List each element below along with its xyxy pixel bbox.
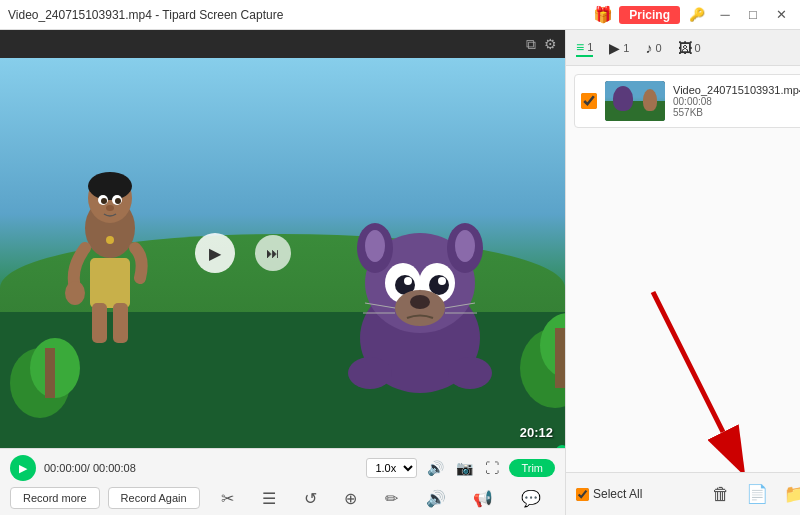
list-tab-icon: ≡ — [576, 39, 584, 55]
record-again-button[interactable]: Record Again — [108, 487, 200, 509]
merge-icon[interactable]: ⊕ — [344, 489, 357, 508]
bottom-icon-bar: ✂ ☰ ↺ ⊕ ✏ 🔊 📢 💬 — [208, 489, 555, 508]
play-tab-icon: ▶ — [609, 40, 620, 56]
volume-icon[interactable]: 🔊 — [425, 458, 446, 478]
gift-button[interactable]: 🎁 — [593, 5, 613, 24]
playback-row: ▶ 00:00:00/ 00:00:08 1.0x 0.5x 1.5x 2.0x… — [10, 455, 555, 481]
window-controls: 🎁 Pricing 🔑 ─ □ ✕ — [593, 4, 792, 26]
bottom-controls: ▶ 00:00:00/ 00:00:08 1.0x 0.5x 1.5x 2.0x… — [0, 448, 565, 515]
main-content: ⧉ ⚙ — [0, 30, 800, 515]
svg-line-34 — [653, 292, 723, 432]
play-pause-button[interactable]: ▶ — [10, 455, 36, 481]
svg-point-8 — [65, 281, 85, 305]
svg-rect-10 — [92, 303, 107, 343]
trim-button[interactable]: Trim — [509, 459, 555, 477]
file-icon-button[interactable]: 📄 — [742, 481, 772, 507]
right-panel: ≡ 1 ▶ 1 ♪ 0 🖼 0 — [565, 30, 800, 515]
window-title: Video_240715103931.mp4 - Tipard Screen C… — [8, 8, 593, 22]
play-button[interactable]: ▶ — [195, 233, 235, 273]
svg-point-7 — [106, 205, 114, 211]
select-all-area: Select All — [576, 487, 642, 501]
svg-point-32 — [448, 357, 492, 389]
delete-button[interactable]: 🗑 — [708, 482, 734, 507]
left-panel: ⧉ ⚙ — [0, 30, 565, 515]
folder-open-button[interactable]: 📁 — [780, 481, 800, 507]
video-timestamp: 20:12 — [520, 425, 553, 440]
play-tab-count: 1 — [623, 42, 629, 54]
svg-rect-11 — [113, 303, 128, 343]
media-thumbnail — [605, 81, 665, 121]
fullscreen-icon[interactable]: ⛶ — [483, 458, 501, 478]
cut-icon[interactable]: ✂ — [221, 489, 234, 508]
arrow-annotation — [566, 272, 800, 472]
media-thumb-scene — [605, 81, 665, 121]
media-duration: 00:00:08 — [673, 96, 800, 107]
tab-image[interactable]: 🖼 0 — [678, 40, 701, 56]
select-all-checkbox[interactable] — [576, 488, 589, 501]
tab-play[interactable]: ▶ 1 — [609, 40, 629, 56]
svg-point-5 — [101, 198, 107, 204]
select-all-label: Select All — [593, 487, 642, 501]
svg-point-31 — [348, 357, 392, 389]
image-tab-count: 0 — [695, 42, 701, 54]
tab-audio[interactable]: ♪ 0 — [645, 40, 661, 56]
tab-video[interactable]: ≡ 1 — [576, 39, 593, 57]
snapshot-icon[interactable]: 📷 — [454, 458, 475, 478]
svg-point-22 — [429, 275, 449, 295]
time-display: 00:00:00/ 00:00:08 — [44, 462, 358, 474]
audio-tab-count: 0 — [655, 42, 661, 54]
svg-point-2 — [88, 172, 132, 200]
pricing-button[interactable]: Pricing — [619, 6, 680, 24]
video-scene: ▶ ⏭ 20:12 — [0, 58, 565, 448]
right-tabs: ≡ 1 ▶ 1 ♪ 0 🖼 0 — [566, 30, 800, 66]
record-more-button[interactable]: Record more — [10, 487, 100, 509]
speed-select[interactable]: 1.0x 0.5x 1.5x 2.0x — [366, 458, 417, 478]
svg-point-6 — [115, 198, 121, 204]
maximize-button[interactable]: □ — [742, 4, 764, 26]
video-tab-count: 1 — [587, 41, 593, 53]
subtitle-icon[interactable]: 💬 — [521, 489, 541, 508]
media-info: Video_240715103931.mp4 00:00:08 557KB — [673, 84, 800, 118]
adjust-icon[interactable]: ☰ — [262, 489, 276, 508]
animal-character — [335, 218, 505, 398]
media-size: 557KB — [673, 107, 800, 118]
media-filename: Video_240715103931.mp4 — [673, 84, 800, 96]
svg-point-18 — [455, 230, 475, 262]
svg-point-24 — [438, 277, 446, 285]
edit-icon[interactable]: ✏ — [385, 489, 398, 508]
settings-icon[interactable]: ⚙ — [544, 36, 557, 52]
media-checkbox[interactable] — [581, 93, 597, 109]
player-topbar: ⧉ ⚙ — [0, 30, 565, 58]
video-area: ▶ ⏭ 20:12 — [0, 58, 565, 448]
media-list: Video_240715103931.mp4 00:00:08 557KB — [566, 66, 800, 272]
boy-character — [50, 168, 170, 368]
media-item[interactable]: Video_240715103931.mp4 00:00:08 557KB — [574, 74, 800, 128]
image-tab-icon: 🖼 — [678, 40, 692, 56]
key-icon-button[interactable]: 🔑 — [686, 4, 708, 26]
title-bar: Video_240715103931.mp4 - Tipard Screen C… — [0, 0, 800, 30]
audio-track-icon[interactable]: 🔊 — [426, 489, 446, 508]
rotate-icon[interactable]: ↺ — [304, 489, 317, 508]
minimize-button[interactable]: ─ — [714, 4, 736, 26]
audio-tab-icon: ♪ — [645, 40, 652, 56]
play-controls-overlay: ▶ ⏭ — [195, 233, 291, 273]
action-buttons-row: Record more Record Again ✂ ☰ ↺ ⊕ ✏ 🔊 📢 💬 — [10, 487, 555, 509]
svg-point-12 — [106, 236, 114, 244]
red-arrow-svg — [633, 272, 753, 472]
right-bottom-bar: Select All 🗑 📄 📁 — [566, 472, 800, 515]
volume-up-icon[interactable]: 📢 — [473, 489, 493, 508]
skip-button[interactable]: ⏭ — [255, 235, 291, 271]
svg-point-26 — [410, 295, 430, 309]
svg-point-17 — [365, 230, 385, 262]
pip-icon[interactable]: ⧉ — [526, 36, 536, 53]
close-button[interactable]: ✕ — [770, 4, 792, 26]
svg-rect-9 — [90, 258, 130, 308]
svg-point-23 — [404, 277, 412, 285]
timeline-thumb[interactable] — [556, 445, 565, 448]
